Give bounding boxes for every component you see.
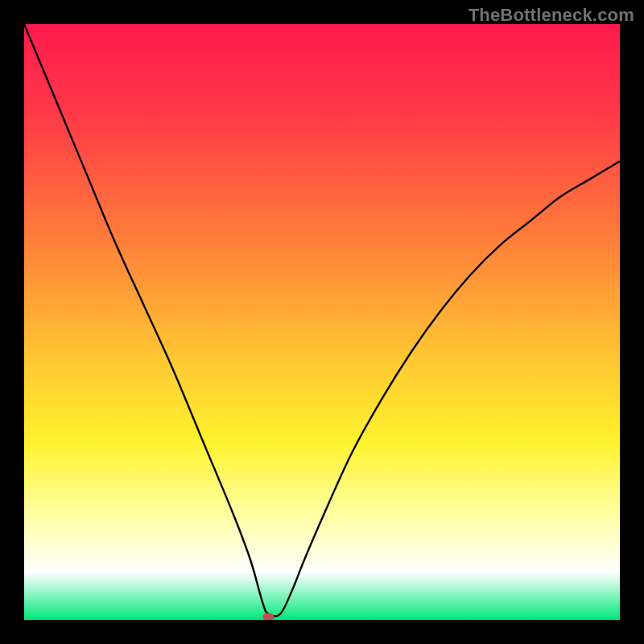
plot-area	[24, 24, 620, 620]
chart-svg	[24, 24, 620, 620]
gradient-background	[24, 24, 620, 620]
watermark-text: TheBottleneck.com	[469, 5, 634, 26]
chart-frame: TheBottleneck.com	[0, 0, 644, 644]
